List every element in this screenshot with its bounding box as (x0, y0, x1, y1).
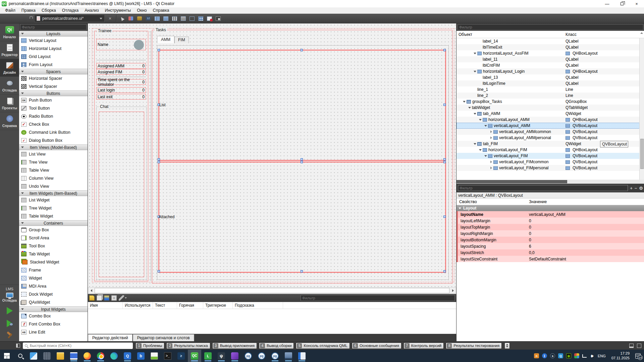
menu-item-6[interactable]: Окно (134, 8, 150, 13)
close-button[interactable]: × (629, 0, 644, 7)
output-pane-5[interactable]: 5Консоль отладчика QML (296, 343, 350, 349)
tab-fim[interactable]: FIM (174, 37, 189, 43)
output-panel-icon[interactable] (637, 344, 641, 348)
widget-category-5[interactable]: Containers (19, 220, 88, 226)
tree-row-lblLoginTime[interactable]: lblLoginTimeQLabel (457, 80, 640, 86)
tree-row-verticalLayout_AMMpersonal[interactable]: verticalLayout_AMMpersonalQVBoxLayout (457, 135, 640, 141)
widget-category-6[interactable]: Input Widgets (19, 306, 88, 312)
notification-center-icon[interactable]: 14 (635, 353, 641, 359)
taskbar-powershell[interactable]: ≥ (174, 350, 188, 362)
taskbar-panel-app[interactable] (295, 350, 309, 362)
widget-item[interactable]: Combo Box (19, 312, 88, 320)
expander-open-icon[interactable] (473, 71, 477, 72)
edit-signals-slots-button[interactable] (127, 15, 135, 22)
layout-vertical-button[interactable] (162, 15, 169, 22)
property-row-layoutLeftMargin[interactable]: layoutLeftMargin0 (457, 218, 644, 224)
tree-row-verticalLayout_AMMcommon[interactable]: verticalLayout_AMMcommonQVBoxLayout (457, 129, 640, 135)
widget-item[interactable]: List View (19, 150, 88, 158)
selection-handle[interactable] (443, 49, 446, 51)
configure-property-icon[interactable]: ⚙ (639, 186, 643, 191)
widget-item[interactable]: Tab Widget (19, 250, 88, 258)
tree-row-line_2[interactable]: line_2Line (457, 93, 640, 99)
run-debug-button[interactable] (7, 320, 13, 327)
tree-hscrollbar-thumb[interactable] (457, 180, 567, 183)
taskbar-cmd[interactable]: >_ (161, 350, 174, 362)
widget-category-0[interactable]: Layouts (19, 31, 88, 37)
property-value[interactable]: 0 (528, 219, 644, 223)
taskbar-search[interactable] (13, 350, 27, 362)
progress-details-icon[interactable] (629, 344, 634, 348)
tree-row-verticalLayout_FIM[interactable]: verticalLayout_FIMQVBoxLayout (457, 153, 640, 159)
selection-handle[interactable] (301, 49, 303, 51)
delete-action-icon[interactable]: × (111, 295, 117, 301)
widget-item[interactable]: OKPush Button (19, 96, 88, 104)
taskbar-postgres-1[interactable]: pg (241, 350, 255, 362)
widget-item[interactable]: QAxWidget (19, 298, 88, 306)
taskbar-widgets[interactable] (27, 350, 40, 362)
taskbar-calculator[interactable] (40, 350, 54, 362)
expander-open-icon[interactable] (483, 125, 488, 127)
restore-button[interactable] (614, 0, 629, 7)
taskbar-firefox[interactable] (80, 350, 94, 362)
tree-row-horizontalLayout_AssFIM[interactable]: horizontalLayout_AssFIMQHBoxLayout (457, 50, 640, 56)
trainee-field-0[interactable]: Assigned AMM0 (96, 63, 146, 69)
edit-action-icon[interactable] (104, 295, 109, 301)
property-row-layoutStretch[interactable]: layoutStretch0,0 (457, 249, 644, 256)
tree-vertical-scrollbar[interactable] (639, 38, 644, 180)
nvidia-icon[interactable]: ◉ (566, 353, 571, 358)
widget-item[interactable]: Tool Button (19, 104, 88, 112)
break-layout-button[interactable] (206, 15, 213, 22)
menu-item-4[interactable]: Анализ (82, 8, 102, 13)
language-indicator[interactable]: ENG (598, 354, 606, 358)
run-button[interactable] (7, 307, 13, 314)
selection-handle[interactable] (443, 216, 446, 218)
taskbar-q-app[interactable]: Q (121, 350, 134, 362)
property-filter-input[interactable] (458, 185, 628, 191)
tree-row-line_1[interactable]: line_1Line (457, 86, 640, 93)
taskbar-edge[interactable] (107, 350, 121, 362)
widget-item[interactable]: →Command Link Button (19, 128, 88, 136)
taskbar-fork-app[interactable]: ψ (215, 350, 228, 362)
property-row-layoutRightMargin[interactable]: layoutRightMargin0 (457, 230, 644, 237)
widget-item[interactable]: Grid Layout (19, 53, 88, 61)
selection-handle[interactable] (301, 161, 303, 163)
tree-row-lblCntFIM[interactable]: lblCntFIMQLabel (457, 62, 640, 68)
tree-row-verticalLayout_AMM[interactable]: verticalLayout_AMMQVBoxLayout (457, 123, 640, 129)
menu-item-2[interactable]: Сборка (39, 8, 59, 13)
tasks-tab-page[interactable]: List Attached (157, 45, 449, 280)
widget-item[interactable]: Scroll Area (19, 234, 88, 242)
taskbar-purple-app[interactable] (228, 350, 241, 362)
layout-form-button[interactable] (188, 15, 196, 22)
trainee-field-3[interactable]: Last login0 (96, 87, 146, 93)
tree-row-label_13[interactable]: label_13QLabel (457, 74, 640, 80)
kit-selector[interactable]: LMSОтладка (0, 285, 19, 304)
widget-item[interactable]: Vertical Layout (19, 37, 88, 45)
mode-начало[interactable]: QtНачало (0, 23, 19, 41)
build-button[interactable] (6, 332, 13, 339)
widget-item[interactable]: Column View (19, 174, 88, 182)
edit-tab-order-button[interactable]: 12 (145, 15, 152, 22)
configure-actions-icon[interactable] (119, 295, 124, 301)
widget-category-3[interactable]: Item Views (Model-Based) (19, 144, 88, 150)
taskbar-clock[interactable]: 17:29 07.11.2025 (611, 351, 630, 361)
widget-item[interactable]: Widget (19, 274, 88, 282)
locator-search[interactable] (23, 343, 133, 349)
property-section-layout[interactable]: Layout (457, 205, 644, 211)
output-pane-stepper[interactable] (504, 343, 510, 349)
output-pane-7[interactable]: 7Контроль версий (404, 343, 444, 349)
property-row-layoutSizeConstraint[interactable]: layoutSizeConstraintSetDefaultConstraint (457, 256, 644, 262)
mode-дизайн[interactable]: Дизайн (0, 59, 19, 77)
taskbar-chrome[interactable] (94, 350, 107, 362)
menu-item-5[interactable]: Инструменты (102, 8, 134, 13)
mode-проекты[interactable]: Проекты (0, 95, 19, 112)
taskbar-start[interactable] (0, 350, 13, 362)
selected-layout-amm-bottom[interactable] (158, 162, 446, 273)
expander-open-icon[interactable] (473, 53, 477, 54)
selection-handle[interactable] (301, 270, 303, 273)
menu-item-3[interactable]: Отладка (59, 8, 82, 13)
widget-item[interactable]: fFont Combo Box (19, 320, 88, 328)
selection-handle[interactable] (443, 270, 446, 273)
defender-icon[interactable] (574, 353, 579, 358)
minimize-button[interactable]: — (600, 0, 614, 7)
layout-grid-button[interactable] (197, 15, 204, 22)
